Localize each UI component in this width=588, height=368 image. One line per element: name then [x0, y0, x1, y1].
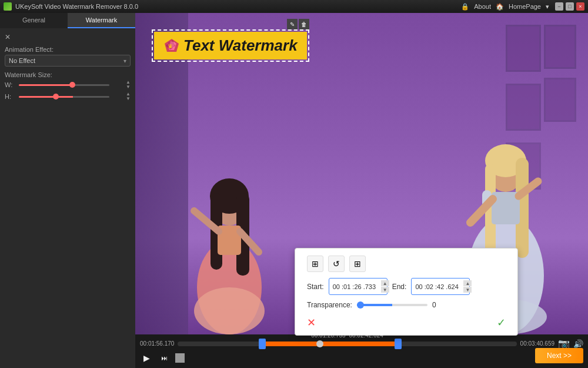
stop-button[interactable] — [175, 353, 185, 363]
start-spin-up-icon[interactable]: ▲ — [381, 280, 389, 286]
h-spin-down-icon[interactable]: ▼ — [126, 97, 131, 101]
svg-point-8 — [194, 287, 265, 334]
timeline-range — [262, 342, 397, 346]
close-button[interactable]: × — [576, 2, 584, 11]
nav-homepage[interactable]: HomePage — [509, 3, 541, 10]
maximize-button[interactable]: □ — [566, 2, 574, 11]
end-spin-up-icon[interactable]: ▲ — [463, 280, 472, 286]
next-frame-button[interactable]: ⏭ — [158, 352, 171, 364]
w-spin-down-icon[interactable]: ▼ — [126, 85, 131, 89]
watermark-logo-icon: ♛ — [163, 38, 180, 54]
close-watermark-icon[interactable]: ✕ — [5, 33, 11, 41]
start-label: Start: — [307, 283, 324, 291]
dialog-refresh-icon[interactable]: ↺ — [328, 256, 345, 272]
start-spin-down-icon[interactable]: ▼ — [381, 287, 389, 293]
video-section: ✎ 🗑 ♛ Text Watermark ◀ — [135, 13, 588, 368]
next-button[interactable]: Next >> — [535, 348, 583, 363]
timeline-handle-left[interactable] — [259, 339, 266, 349]
transparency-slider[interactable] — [357, 304, 427, 306]
watermark-size-field: Watermark Size: W: ▲ ▼ H: ▲ — [5, 71, 131, 101]
app-title: UKeySoft Video Watermark Remover 8.0.0 — [15, 3, 138, 10]
watermark-text: Text Watermark — [183, 37, 298, 55]
w-label: W: — [5, 81, 16, 88]
animation-effect-value: No Effect — [9, 57, 123, 64]
timeline-track[interactable]: 00:01:26.733~00:02:42.624 — [178, 342, 516, 346]
controls-bar: 00:01:56.170 00:01:26.733~00:02:42.624 0… — [135, 334, 588, 368]
end-label: End: — [392, 283, 407, 291]
animation-effect-field: Animation Effect: No Effect ▾ — [5, 46, 131, 67]
timeline-handle-right[interactable] — [395, 339, 402, 349]
w-slider[interactable] — [19, 84, 109, 86]
dialog-cancel-button[interactable]: ✕ — [307, 316, 316, 329]
start-time-input[interactable]: ▲ ▼ — [329, 278, 387, 295]
transparency-value: 0 — [432, 301, 436, 309]
minimize-button[interactable]: − — [555, 2, 563, 11]
current-time-label: 00:01:56.170 — [140, 340, 174, 347]
app-icon — [4, 2, 12, 11]
animation-effect-dropdown[interactable]: No Effect ▾ — [5, 55, 131, 67]
end-time-input[interactable]: ▲ ▼ — [411, 278, 470, 295]
figure-left — [182, 134, 276, 334]
time-dialog: ⊞ ↺ ⊞ Start: ▲ ▼ End: ▲ — [295, 248, 518, 336]
animation-dropdown-arrow-icon: ▾ — [123, 58, 126, 64]
dialog-confirm-button[interactable]: ✓ — [497, 316, 506, 329]
tab-watermark[interactable]: Watermark — [68, 13, 135, 28]
nav-dropdown-icon[interactable]: ▾ — [546, 3, 549, 11]
animation-effect-label: Animation Effect: — [5, 46, 131, 53]
left-sidebar: General Watermark ✕ Animation Effect: No… — [0, 13, 135, 368]
watermark-delete-icon[interactable]: 🗑 — [299, 19, 309, 29]
volume-icon[interactable]: 🔊 — [573, 339, 583, 349]
play-button[interactable]: ▶ — [140, 352, 153, 364]
svg-text:♛: ♛ — [168, 43, 173, 49]
end-time-label: 00:03:40.659 — [520, 340, 554, 347]
nav-homepage-icon: 🏠 — [496, 3, 504, 11]
nav-about[interactable]: About — [474, 3, 491, 10]
end-time-field[interactable] — [415, 283, 462, 290]
timeline-playhead[interactable] — [316, 340, 323, 347]
tab-general[interactable]: General — [0, 13, 68, 28]
dialog-filter-icon[interactable]: ⊞ — [307, 256, 323, 272]
nav-lock-icon: 🔒 — [461, 3, 469, 11]
end-spin-down-icon[interactable]: ▼ — [463, 287, 472, 293]
h-slider[interactable] — [19, 96, 109, 98]
watermark-container[interactable]: ✎ 🗑 ♛ Text Watermark — [152, 29, 309, 62]
watermark-size-label: Watermark Size: — [5, 71, 131, 78]
title-bar: UKeySoft Video Watermark Remover 8.0.0 🔒… — [0, 0, 588, 13]
h-label: H: — [5, 93, 16, 100]
dialog-grid-icon[interactable]: ⊞ — [349, 256, 366, 272]
transparency-label: Transparence: — [307, 301, 352, 309]
watermark-edit-icon[interactable]: ✎ — [287, 19, 298, 29]
start-time-field[interactable] — [333, 283, 380, 290]
